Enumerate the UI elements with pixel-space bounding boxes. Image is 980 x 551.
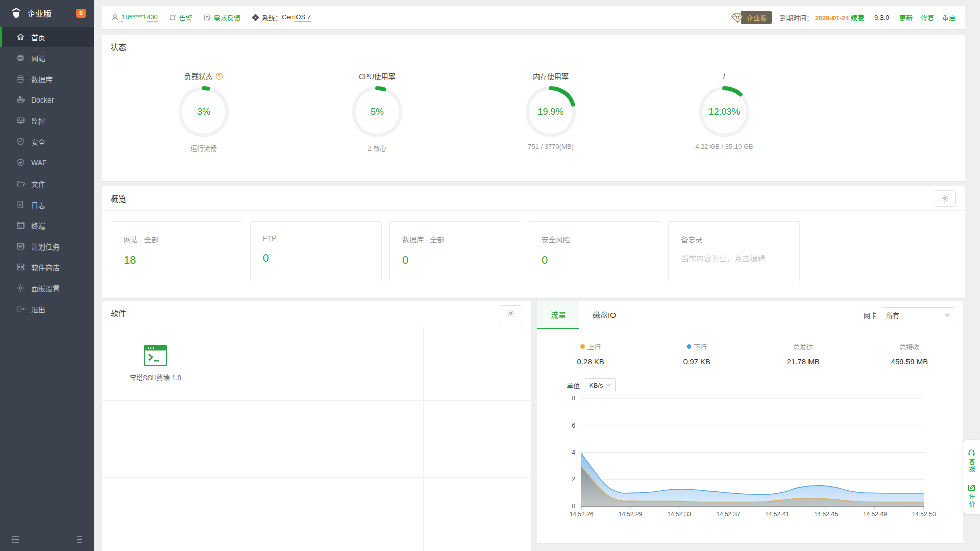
sidebar-item-globe[interactable]: 网站 [0,47,94,68]
sidebar-item-label: 安全 [31,137,45,147]
sidebar-item-schedule[interactable]: 计划任务 [0,236,94,257]
top-header-bar: 186****1430 告警 需求反馈 系统： CentOS 7 [102,6,965,29]
collapse-sidebar-icon[interactable] [11,536,20,543]
unit-wrap: 单位 KB/s [567,378,616,392]
overview-title-row: 概览 [102,186,965,211]
card-value[interactable]: 0 [263,252,381,265]
overview-card-安全风险[interactable]: 安全风险0 [529,221,660,281]
memo-placeholder[interactable]: 当前内容为空，点击编辑 [681,253,799,263]
gauge-title: / [723,72,725,80]
shield-icon [16,137,25,146]
x-tick-label: 14:52:41 [765,511,789,518]
software-settings-gear-button[interactable] [500,305,522,321]
gauge-subtext: 2 核心 [368,143,387,153]
sidebar-item-shield[interactable]: 安全 [0,131,94,152]
sidebar-item-label: 首页 [31,32,45,42]
nic-selected-value: 所有 [886,310,899,320]
sidebar-item-label: 终端 [31,220,45,231]
unit-select[interactable]: KB/s [584,378,616,392]
software-grid: 宝塔SSH终端 1.0 [102,326,531,551]
terminal-icon [16,221,25,230]
nic-wrap: 网卡 所有 [864,301,955,329]
x-tick-label: 14:52:49 [863,511,887,518]
menu-list-icon[interactable] [74,536,83,543]
sidebar: 企业版 0 首页网站数据库Docker监控安全WAF文件日志终端计划任务软件商店… [0,0,94,551]
panel-version[interactable]: 9.3.0 [874,14,889,21]
update-link[interactable]: 更新 [899,13,913,22]
alarm-item[interactable]: 告警 [169,13,192,22]
feedback-link[interactable]: 需求反馈 [214,13,240,22]
traffic-tab-row: 流量磁盘IO 网卡 所有 [537,301,963,329]
gauge-内存使用率: 内存使用率19.9%751 / 3770(MB) [479,60,623,153]
x-tick-label: 14:52:26 [570,511,594,518]
system-label: 系统： [262,13,282,22]
sidebar-item-docker[interactable]: Docker [0,89,94,110]
sidebar-item-folder[interactable]: 文件 [0,173,94,194]
status-title-row: 状态 [102,35,965,59]
card-label: 网站 - 全部 [124,234,242,244]
sidebar-item-database[interactable]: 数据库 [0,68,94,89]
overview-card-数据库 - 全部[interactable]: 数据库 - 全部0 [389,221,521,281]
traffic-area-chart[interactable]: 0246814:52:2614:52:2914:52:3314:52:3714:… [537,395,963,538]
sidebar-item-waf[interactable]: WAF [0,152,94,173]
software-empty-cell [424,326,531,401]
overview-card-网站 - 全部[interactable]: 网站 - 全部18 [111,221,242,281]
sidebar-item-monitor[interactable]: 监控 [0,110,94,131]
sidebar-item-gear[interactable]: 面板设置 [0,278,94,298]
sidebar-item-log[interactable]: 日志 [0,194,94,215]
card-value[interactable]: 0 [402,254,521,267]
card-value[interactable]: 18 [124,254,242,267]
float-评价-button[interactable]: 评价 [967,482,976,508]
unit-selected-value: KB/s [589,382,603,389]
edition-badge-wrap[interactable]: 企业版 [730,11,772,24]
sidebar-item-terminal[interactable]: 终端 [0,215,94,236]
nic-select[interactable]: 所有 [881,307,955,322]
float-客服-button[interactable]: 客服 [967,447,976,473]
account-number[interactable]: 186****1430 [121,13,158,22]
software-empty-cell [316,478,424,551]
sidebar-item-label: 监控 [31,116,45,126]
overview-card-FTP[interactable]: FTP0 [250,221,382,281]
sidebar-footer [0,528,94,551]
sidebar-item-logout[interactable]: 退出 [0,298,94,319]
topbar-right: 企业版 到期时间： 2029-01-24 续费 9.3.0 更新 修复 重启 [730,11,955,24]
sidebar-item-store[interactable]: 软件商店 [0,257,94,278]
area-下行 [581,453,924,506]
waf-icon [16,158,25,167]
restart-link[interactable]: 重启 [942,13,955,22]
legend-dot-icon [580,344,585,349]
software-app-cell[interactable]: 宝塔SSH终端 1.0 [102,326,209,401]
status-title: 状态 [111,41,126,52]
repair-link[interactable]: 修复 [921,13,934,22]
x-tick-label: 14:52:53 [912,511,936,518]
gauge-value: 3% [177,85,230,138]
overview-card-备忘录[interactable]: 备忘录当前内容为空，点击编辑 [668,221,800,281]
tab-磁盘IO[interactable]: 磁盘IO [579,301,629,329]
system-value[interactable]: CentOS 7 [282,13,311,22]
logo-row[interactable]: 企业版 0 [0,0,94,27]
stat-label: 总接收 [899,342,919,352]
feedback-item[interactable]: 需求反馈 [204,13,240,22]
account-item[interactable]: 186****1430 [111,13,158,22]
card-value[interactable]: 0 [542,254,660,267]
software-empty-cell [424,478,531,551]
baota-shield-logo-icon [10,7,22,19]
gauge-ring: 12.03% [698,85,751,138]
help-question-icon[interactable] [215,72,223,80]
gauge-title: 内存使用率 [533,71,569,81]
sidebar-item-home[interactable]: 首页 [0,27,94,47]
gauge-subtext: 4.22 GB / 35.10 GB [695,143,753,151]
gauge-subtext: 751 / 3770(MB) [528,143,574,151]
expire-label: 到期时间： [780,14,813,22]
alarm-link[interactable]: 告警 [179,13,192,22]
software-empty-cell [102,478,209,551]
monitor-icon [16,116,25,125]
ssh-terminal-app-icon[interactable] [144,345,167,366]
gauge-value: 12.03% [698,85,751,138]
traffic-stat-下行: 下行0.97 KB [644,342,750,366]
overview-settings-gear-button[interactable] [934,190,956,207]
message-count-badge[interactable]: 0 [76,9,86,18]
tab-流量[interactable]: 流量 [537,301,579,329]
expire-item: 到期时间： 2029-01-24 续费 [780,13,864,22]
renew-link[interactable]: 续费 [851,14,864,22]
